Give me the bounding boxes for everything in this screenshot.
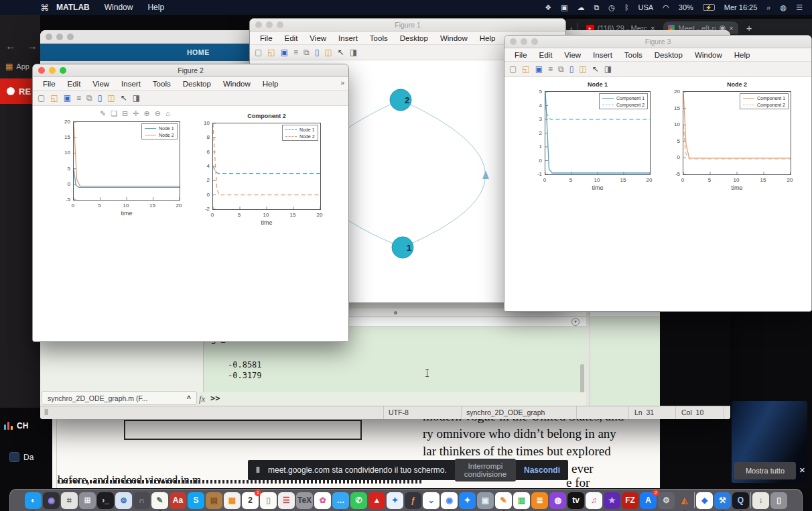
chrome[interactable]: ◉ xyxy=(441,492,458,509)
battery-icon[interactable]: ⚡ xyxy=(703,4,715,11)
apple-menu[interactable]: ⌘ xyxy=(40,3,49,13)
trash[interactable]: ▯ xyxy=(770,492,787,509)
imovie[interactable]: ★ xyxy=(604,492,620,509)
keynote[interactable]: ✦ xyxy=(459,492,476,509)
save-icon[interactable]: ▣ xyxy=(281,48,288,57)
new-figure-icon[interactable]: ▢ xyxy=(255,48,262,57)
podcasts[interactable]: ◍ xyxy=(549,492,566,509)
app-store[interactable]: A 2 xyxy=(640,492,657,509)
skype[interactable]: S xyxy=(188,492,204,509)
new-tab-button[interactable]: + xyxy=(742,22,756,34)
facetime[interactable]: ✆ xyxy=(350,492,367,509)
sidebar-item-da[interactable]: Da xyxy=(9,452,33,462)
input-source-flag[interactable]: USA xyxy=(638,3,654,11)
sidebar-item-ch[interactable]: CH xyxy=(4,421,28,431)
expand-chevron-icon[interactable]: ^ xyxy=(187,394,191,402)
notes[interactable]: ▯ xyxy=(260,492,277,509)
menu-item[interactable]: Tools xyxy=(364,34,394,42)
menu-item[interactable]: Desktop xyxy=(394,34,434,42)
tex-editor[interactable]: TeX xyxy=(296,492,313,509)
acrobat[interactable]: ▲ xyxy=(368,492,385,509)
pages[interactable]: ✎ xyxy=(495,492,512,509)
spotlight-icon[interactable]: ⌕ xyxy=(766,3,770,12)
siri-icon[interactable]: ◍ xyxy=(781,3,787,12)
developer-tool[interactable]: ⚒ xyxy=(714,492,731,509)
inspector-icon[interactable]: ▯ xyxy=(315,48,320,57)
panel-menu-chevron-icon[interactable]: ▾ xyxy=(571,318,580,326)
terminal[interactable]: ›_ xyxy=(97,492,114,509)
music[interactable]: ♫ xyxy=(586,492,602,509)
window-controls[interactable] xyxy=(255,21,283,28)
arch-app[interactable]: ∩ xyxy=(133,492,150,509)
calculator[interactable]: ▦ xyxy=(224,492,241,509)
menubar-item[interactable]: Window xyxy=(97,3,141,12)
textedit[interactable]: ✎ xyxy=(151,492,168,509)
blue-diamond-app[interactable]: ◆ xyxy=(696,492,713,509)
calendar[interactable]: 2 1 xyxy=(242,492,259,509)
books[interactable]: ≣ xyxy=(531,492,548,509)
siri[interactable]: ◉ xyxy=(43,492,60,509)
bluetooth-icon[interactable]: ᛒ xyxy=(624,3,629,11)
matlab-dock[interactable]: ◭ xyxy=(676,492,693,509)
dock-item[interactable] xyxy=(750,492,751,508)
screenshot-app[interactable]: ⌗ xyxy=(61,492,78,509)
forward-arrow-icon[interactable]: → xyxy=(27,40,38,52)
menubar-item[interactable]: Help xyxy=(140,3,172,12)
filezilla[interactable]: FZ xyxy=(622,492,638,509)
notes-app-icon[interactable]: ▣ xyxy=(561,3,567,12)
menu-item[interactable]: View xyxy=(303,34,332,42)
launchpad[interactable]: ⊞ xyxy=(79,492,96,509)
plot-legend[interactable]: Component 1Component 2 xyxy=(740,93,789,109)
safari[interactable]: ✦ xyxy=(387,492,403,509)
collapsed-editor-bar[interactable]: synchro_2D_ODE_graph.m (F... ^ xyxy=(42,391,197,405)
quicktime[interactable]: Q xyxy=(732,492,749,509)
cloud-sync-icon[interactable]: ☁ xyxy=(577,3,584,12)
html-editor[interactable]: ⊚ xyxy=(115,492,132,509)
menubar-clock[interactable]: Mer 16:25 xyxy=(724,3,758,11)
screen-mirroring-icon[interactable]: ⧉ xyxy=(594,3,599,12)
copy-figure-icon[interactable]: ⧉ xyxy=(303,48,310,57)
menu-item[interactable]: Help xyxy=(474,34,502,42)
print-icon[interactable]: ≡ xyxy=(293,48,298,57)
close-tab-icon[interactable]: × xyxy=(729,24,733,32)
command-scrollbar[interactable] xyxy=(580,364,584,394)
apps-shortcut[interactable]: ▦ App xyxy=(5,62,29,71)
finder[interactable]: ◐ xyxy=(25,492,42,509)
photos[interactable]: ✿ xyxy=(314,492,331,509)
menu-overflow-icon[interactable]: » xyxy=(340,79,344,87)
dock-item[interactable] xyxy=(694,492,695,508)
close-icon[interactable]: × xyxy=(799,464,805,475)
apple-tv[interactable]: tv xyxy=(567,492,584,509)
reminders[interactable]: ☰ xyxy=(278,492,295,509)
menu-item[interactable]: Insert xyxy=(332,34,364,42)
menubar-item[interactable]: MATLAB xyxy=(49,3,97,12)
wifi-icon[interactable]: ◠ xyxy=(663,3,669,12)
menu-item[interactable]: Window xyxy=(434,34,474,42)
firefox[interactable]: ƒ xyxy=(405,492,421,509)
battery-percent[interactable]: 30% xyxy=(679,3,693,11)
time-machine-icon[interactable]: ◷ xyxy=(608,3,615,12)
hide-banner-button[interactable]: Nascondi xyxy=(524,465,560,475)
pointer-icon[interactable]: ↖ xyxy=(338,48,344,57)
image-capture[interactable]: ▣ xyxy=(477,492,494,509)
numbers[interactable]: ▥ xyxy=(513,492,530,509)
downloads[interactable]: ↓ xyxy=(752,492,769,509)
insert-colorbar-icon[interactable]: ◨ xyxy=(350,48,357,57)
contacts-folder[interactable]: ▤ xyxy=(206,492,222,509)
menu-item[interactable]: Edit xyxy=(279,34,304,42)
command-prompt-row[interactable]: fx >> xyxy=(196,392,586,406)
window-titlebar[interactable]: Figure 1 xyxy=(250,19,565,32)
stop-sharing-button[interactable]: Interrompi condivisione xyxy=(455,459,516,481)
dropbox-icon[interactable]: ❖ xyxy=(545,3,551,12)
openoffice[interactable]: ⌄ xyxy=(423,492,439,509)
dictionary[interactable]: Aa xyxy=(170,492,186,509)
show-all-button[interactable]: Mostra tutto xyxy=(734,462,796,479)
menu-item[interactable]: File xyxy=(254,34,279,42)
property-editor-icon[interactable]: ◫ xyxy=(324,48,332,57)
back-arrow-icon[interactable]: ← xyxy=(5,40,16,52)
control-center-icon[interactable]: ☰ xyxy=(796,3,803,12)
plot-legend[interactable]: Node 1Node 2 xyxy=(282,125,318,141)
open-file-icon[interactable]: ◱ xyxy=(267,48,275,57)
messages[interactable]: … xyxy=(332,492,349,509)
system-preferences[interactable]: ⚙ xyxy=(658,492,675,509)
